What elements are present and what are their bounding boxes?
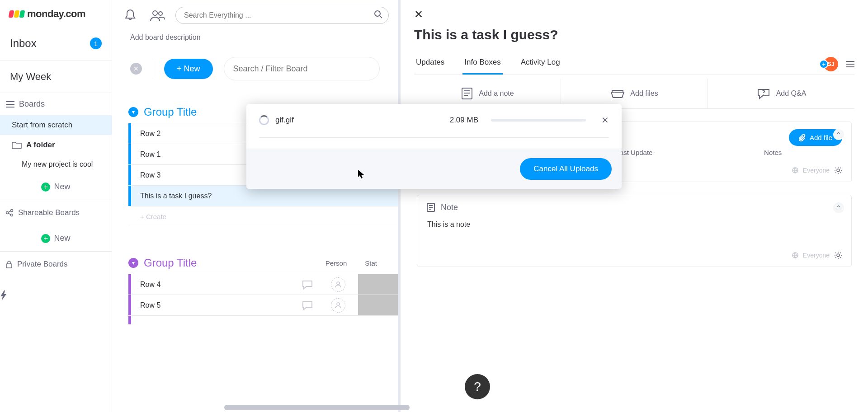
row-name[interactable]: Row 4 bbox=[131, 281, 297, 289]
sidebar-add-shareable[interactable]: + New bbox=[0, 225, 112, 251]
inbox-label: Inbox bbox=[10, 37, 37, 50]
add-board-label: New bbox=[54, 182, 70, 192]
divider bbox=[153, 59, 153, 78]
svg-point-0 bbox=[6, 212, 9, 214]
item-menu-icon[interactable] bbox=[846, 61, 854, 67]
cancel-upload-button[interactable]: ✕ bbox=[601, 115, 609, 126]
hamburger-icon bbox=[6, 101, 14, 108]
group-collapse-toggle[interactable]: ▾ bbox=[128, 107, 138, 117]
add-note-label: Add a note bbox=[479, 89, 514, 98]
share-icon bbox=[5, 209, 14, 217]
horizontal-scrollbar[interactable] bbox=[224, 405, 410, 410]
visibility-label[interactable]: Everyone bbox=[803, 252, 830, 259]
note-card: ⌃ Note This is a note Everyone bbox=[417, 195, 852, 267]
gear-icon[interactable] bbox=[834, 251, 842, 259]
avatar-empty-icon bbox=[331, 298, 345, 313]
globe-icon bbox=[792, 252, 798, 258]
new-item-button[interactable]: + New bbox=[164, 59, 213, 79]
plus-icon: + bbox=[41, 234, 50, 243]
person-cell[interactable] bbox=[318, 277, 358, 292]
bolt-icon[interactable] bbox=[0, 290, 112, 300]
add-row[interactable]: + Create bbox=[128, 206, 398, 227]
lock-icon bbox=[5, 260, 13, 268]
cancel-all-uploads-button[interactable]: Cancel All Uploads bbox=[520, 158, 612, 180]
person-cell[interactable] bbox=[318, 298, 358, 313]
visibility-label[interactable]: Everyone bbox=[803, 167, 830, 174]
svg-point-6 bbox=[375, 11, 380, 16]
group-collapse-toggle[interactable]: ▾ bbox=[128, 258, 138, 268]
gear-icon[interactable] bbox=[834, 166, 842, 174]
notifications-icon[interactable] bbox=[121, 6, 139, 24]
note-icon bbox=[461, 87, 473, 100]
sidebar-item-a-folder[interactable]: A folder bbox=[0, 135, 112, 155]
shareable-label: Shareable Boards bbox=[18, 208, 80, 217]
search-input[interactable] bbox=[175, 7, 389, 24]
row-name[interactable]: Row 5 bbox=[131, 301, 297, 309]
table-row[interactable]: Row 5 bbox=[128, 295, 398, 315]
table-row bbox=[128, 315, 398, 324]
group-2: ▾ Group Title Person Stat Row 4 Row 5 bbox=[112, 257, 398, 324]
upload-filesize: 2.09 MB bbox=[450, 116, 478, 125]
tab-info-boxes[interactable]: Info Boxes bbox=[462, 53, 502, 75]
status-cell[interactable] bbox=[358, 295, 398, 315]
spinner-icon bbox=[259, 115, 269, 125]
svg-rect-3 bbox=[6, 264, 12, 268]
row-color bbox=[128, 316, 131, 324]
avatar-empty-icon bbox=[331, 277, 345, 292]
status-cell[interactable] bbox=[358, 274, 398, 295]
column-notes: Notes bbox=[703, 149, 842, 156]
add-file-label: Add file bbox=[810, 134, 832, 141]
add-member-button[interactable]: + bbox=[819, 60, 828, 69]
board-description[interactable]: Add board description bbox=[112, 31, 398, 48]
table-row[interactable]: Row 4 bbox=[128, 274, 398, 295]
globe-icon bbox=[792, 167, 798, 173]
files-icon bbox=[610, 88, 625, 99]
tab-updates[interactable]: Updates bbox=[414, 53, 446, 75]
search-icon bbox=[374, 10, 382, 19]
svg-point-1 bbox=[11, 210, 13, 212]
note-heading: Note bbox=[441, 203, 458, 212]
board-filter-input[interactable] bbox=[224, 57, 380, 80]
plus-icon: + bbox=[41, 183, 50, 192]
logo-text: monday.com bbox=[27, 8, 85, 20]
upload-row: gif.gif 2.09 MB ✕ bbox=[259, 115, 609, 126]
svg-point-14 bbox=[837, 254, 840, 257]
column-status: Stat bbox=[365, 259, 377, 267]
boards-label: Boards bbox=[19, 99, 45, 109]
folder-label: A folder bbox=[26, 140, 55, 150]
paperclip-icon bbox=[799, 134, 806, 141]
global-search[interactable] bbox=[175, 7, 389, 24]
group-title[interactable]: Group Title bbox=[144, 257, 197, 269]
sidebar-private-boards[interactable]: Private Boards bbox=[0, 252, 112, 277]
group-title[interactable]: Group Title bbox=[144, 106, 197, 118]
column-person: Person bbox=[326, 259, 347, 267]
row-name[interactable]: This is a task I guess? bbox=[131, 192, 398, 200]
tab-activity-log[interactable]: Activity Log bbox=[519, 53, 562, 75]
sidebar-item-my-new-project[interactable]: My new project is cool bbox=[0, 155, 112, 174]
sidebar-inbox[interactable]: Inbox 1 bbox=[0, 26, 112, 61]
sidebar-item-start-from-scratch[interactable]: Start from scratch bbox=[0, 115, 112, 135]
chat-icon[interactable] bbox=[297, 300, 318, 311]
clear-filter-button[interactable]: ✕ bbox=[130, 63, 142, 75]
sidebar-shareable-boards[interactable]: Shareable Boards bbox=[0, 200, 112, 225]
logo-mark-icon bbox=[9, 10, 24, 18]
sidebar-my-week[interactable]: My Week bbox=[0, 61, 112, 93]
help-button[interactable]: ? bbox=[465, 374, 490, 399]
close-panel-button[interactable]: ✕ bbox=[414, 8, 423, 20]
note-text[interactable]: This is a note bbox=[426, 218, 842, 242]
add-qa-action[interactable]: Add Q&A bbox=[708, 79, 854, 108]
upload-progress bbox=[491, 119, 586, 122]
logo[interactable]: monday.com bbox=[0, 0, 112, 26]
svg-point-11 bbox=[837, 169, 840, 172]
upload-modal: gif.gif 2.09 MB ✕ Cancel All Uploads bbox=[246, 104, 622, 189]
board-main: Add board description ✕ + New ▾ Group Ti… bbox=[112, 0, 398, 412]
item-title[interactable]: This is a task I guess? bbox=[414, 27, 854, 42]
collapse-card-button[interactable]: ⌃ bbox=[833, 129, 844, 140]
sidebar-boards-section[interactable]: Boards bbox=[0, 93, 112, 115]
svg-point-4 bbox=[153, 11, 157, 15]
people-icon[interactable] bbox=[148, 6, 166, 24]
collapse-card-button[interactable]: ⌃ bbox=[833, 202, 844, 213]
sidebar-add-board[interactable]: + New bbox=[0, 174, 112, 200]
private-label: Private Boards bbox=[17, 260, 68, 269]
chat-icon[interactable] bbox=[297, 279, 318, 290]
